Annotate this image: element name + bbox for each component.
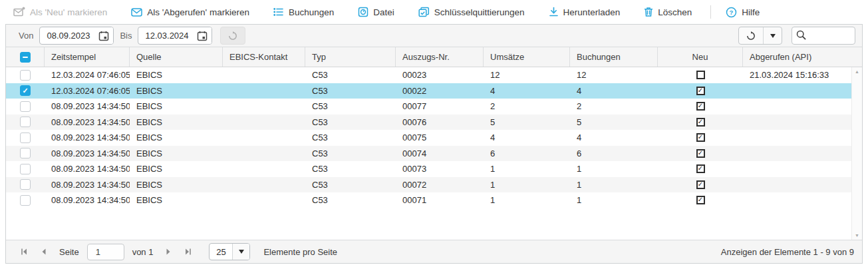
cell-quelle: EBICS: [130, 70, 223, 80]
cell-buchungen: 5: [570, 117, 658, 127]
row-checkbox[interactable]: [20, 117, 31, 127]
von-label: Von: [19, 31, 33, 41]
neu-checkbox: [696, 196, 705, 204]
cell-zeitstempel: 08.09.2023 14:34:50: [45, 180, 130, 190]
apply-filter-button[interactable]: [220, 27, 245, 45]
cell-quelle: EBICS: [130, 164, 223, 174]
cell-typ: C53: [305, 164, 396, 174]
toolbar-item-label: Datei: [373, 7, 394, 17]
mark-retrieved-envelope-icon: [131, 7, 142, 17]
cell-quelle: EBICS: [130, 195, 223, 205]
cell-buchungen: 4: [570, 133, 658, 142]
schluesselquittierungen-button[interactable]: Schlüsselquittierungen: [418, 7, 525, 17]
loeschen-button[interactable]: Löschen: [644, 7, 692, 17]
column-header-auszugs-nr[interactable]: Auszugs-Nr.: [396, 47, 484, 67]
table-row[interactable]: 08.09.2023 14:34:50 EBICS C53 00073 1 1: [6, 161, 851, 177]
row-checkbox[interactable]: [20, 101, 31, 112]
cell-auszugs-nr: 00023: [396, 70, 484, 80]
column-header-umsaetze[interactable]: Umsätze: [484, 47, 570, 67]
previous-page-button[interactable]: [34, 244, 54, 260]
refresh-button[interactable]: [739, 27, 764, 44]
cell-buchungen: 1: [570, 180, 658, 190]
row-checkbox[interactable]: [20, 85, 31, 96]
row-checkbox[interactable]: [20, 164, 31, 174]
neu-checkbox: [696, 180, 705, 189]
row-checkbox[interactable]: [20, 195, 31, 206]
last-page-button[interactable]: [178, 244, 198, 260]
cell-typ: C53: [305, 86, 396, 96]
cell-umsaetze: 2: [484, 101, 570, 111]
refresh-split-button: [738, 27, 782, 45]
row-checkbox[interactable]: [20, 179, 31, 190]
help-icon: ?: [726, 7, 737, 18]
seite-label: Seite: [59, 247, 79, 257]
datei-button[interactable]: Datei: [358, 7, 394, 17]
calendar-icon[interactable]: [94, 27, 113, 44]
page-number-input[interactable]: [87, 244, 124, 260]
hilfe-button[interactable]: ? Hilfe: [726, 7, 760, 18]
cell-typ: C53: [305, 101, 396, 111]
cell-umsaetze: 4: [484, 133, 570, 142]
row-checkbox[interactable]: [20, 133, 31, 143]
column-header-ebics-kontakt[interactable]: EBICS-Kontakt: [223, 47, 305, 67]
next-page-button[interactable]: [158, 244, 178, 260]
vertical-scrollbar[interactable]: ▲ ▼: [851, 67, 862, 240]
refresh-dropdown-button[interactable]: [764, 27, 782, 44]
scroll-up-icon[interactable]: ▲: [855, 69, 859, 74]
scroll-down-icon[interactable]: ▼: [855, 233, 859, 238]
cell-quelle: EBICS: [130, 117, 223, 127]
cell-auszugs-nr: 00022: [396, 86, 484, 96]
cell-zeitstempel: 08.09.2023 14:34:50: [45, 101, 130, 111]
column-header-quelle[interactable]: Quelle: [130, 47, 223, 67]
cell-umsaetze: 4: [484, 86, 570, 96]
cell-umsaetze: 1: [484, 164, 570, 174]
table-body-wrap: 12.03.2024 07:46:05 EBICS C53 00023 12 1…: [6, 67, 862, 240]
column-header-zeitstempel[interactable]: Zeitstempel: [45, 47, 130, 67]
neu-checkbox: [696, 133, 705, 142]
page-size-select[interactable]: 25: [209, 243, 250, 260]
chevron-down-icon: [770, 34, 776, 38]
toolbar-item-label: Als 'Neu' markieren: [30, 7, 107, 17]
cell-typ: C53: [305, 148, 396, 158]
table-row[interactable]: 12.03.2024 07:46:05 EBICS C53 00022 4 4: [6, 83, 851, 99]
table-row[interactable]: 08.09.2023 14:34:50 EBICS C53 00074 6 6: [6, 146, 851, 162]
cell-umsaetze: 5: [484, 117, 570, 127]
statements-panel: Von Bis: [5, 24, 863, 264]
mark-new-envelope-icon: [13, 7, 25, 17]
search-input[interactable]: [809, 31, 849, 41]
row-checkbox[interactable]: [20, 70, 31, 81]
page-size-dropdown-button[interactable]: [232, 244, 249, 260]
buchungen-button[interactable]: Buchungen: [273, 7, 334, 17]
search-field: [792, 27, 855, 45]
cell-auszugs-nr: 00071: [396, 195, 484, 205]
cell-quelle: EBICS: [130, 133, 223, 142]
table-row[interactable]: 08.09.2023 14:34:50 EBICS C53 00076 5 5: [6, 115, 851, 131]
table-row[interactable]: 08.09.2023 14:34:50 EBICS C53 00075 4 4: [6, 130, 851, 146]
von-date-input[interactable]: [40, 31, 94, 41]
herunterladen-button[interactable]: Herunterladen: [549, 7, 621, 17]
cell-zeitstempel: 12.03.2024 07:46:05: [45, 86, 130, 96]
table-row[interactable]: 12.03.2024 07:46:05 EBICS C53 00023 12 1…: [6, 67, 851, 83]
filter-bar: Von Bis: [6, 25, 862, 47]
toolbar-item-label: Als 'Abgerufen' markieren: [147, 7, 249, 17]
chevron-down-icon: [239, 250, 244, 254]
table-body: 12.03.2024 07:46:05 EBICS C53 00023 12 1…: [6, 67, 851, 240]
neu-checkbox: [696, 87, 705, 95]
toolbar-item-label: Buchungen: [289, 7, 334, 17]
table-row[interactable]: 08.09.2023 14:34:50 EBICS C53 00071 1 1: [6, 192, 851, 208]
select-all-checkbox[interactable]: [20, 52, 31, 63]
mark-as-new-button[interactable]: Als 'Neu' markieren: [13, 7, 107, 17]
table-row[interactable]: 08.09.2023 14:34:50 EBICS C53 00077 2 2: [6, 99, 851, 115]
column-header-abgerufen-api[interactable]: Abgerufen (API): [743, 47, 862, 67]
download-icon: [549, 7, 559, 17]
table-row[interactable]: 08.09.2023 14:34:50 EBICS C53 00072 1 1: [6, 177, 851, 193]
mark-as-retrieved-button[interactable]: Als 'Abgerufen' markieren: [131, 7, 249, 17]
column-header-neu[interactable]: Neu: [658, 47, 743, 67]
row-checkbox[interactable]: [20, 148, 31, 158]
bis-date-input[interactable]: [138, 31, 193, 41]
column-header-typ[interactable]: Typ: [305, 47, 396, 67]
column-header-buchungen[interactable]: Buchungen: [570, 47, 658, 67]
neu-checkbox: [696, 102, 705, 111]
calendar-icon[interactable]: [193, 27, 212, 44]
first-page-button[interactable]: [14, 244, 34, 260]
